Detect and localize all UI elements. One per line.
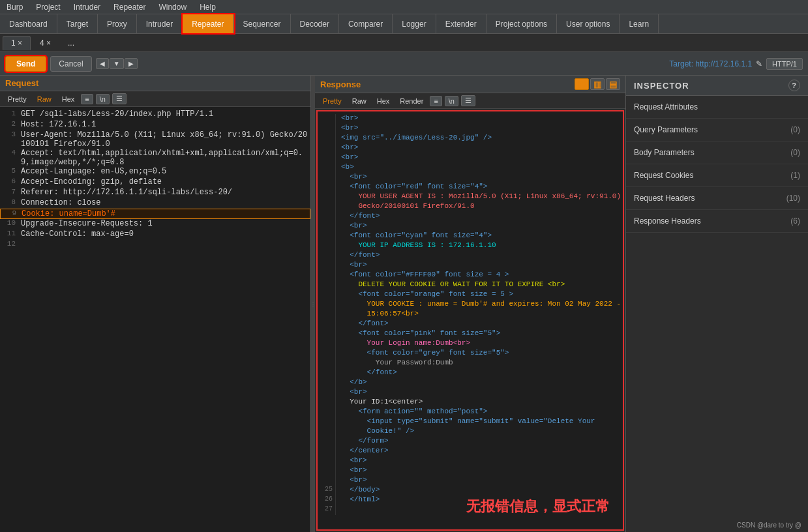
response-settings-icon[interactable]: ☰ — [461, 95, 475, 106]
response-line-12: <br> — [318, 222, 623, 231]
request-newline-icon[interactable]: \n — [96, 94, 110, 104]
response-code-area[interactable]: <br><br><img src="../images/Less-20.jpg"… — [318, 111, 623, 529]
tab-decoder[interactable]: Decoder — [291, 14, 339, 33]
inspector-item-5[interactable]: Response Headers(6) — [626, 210, 808, 233]
menu-burp[interactable]: Burp — [0, 1, 29, 13]
request-header: Request — [0, 76, 310, 91]
tab-comparer[interactable]: Comparer — [339, 14, 393, 33]
repeater-tab-1[interactable]: 1 × — [3, 36, 31, 50]
inspector-item-count-1: (0) — [790, 125, 800, 134]
nav-forward-button[interactable]: ▶ — [125, 58, 138, 69]
send-button[interactable]: Send — [5, 56, 46, 72]
tab-learn[interactable]: Learn — [620, 14, 659, 33]
tab-user-options[interactable]: User options — [557, 14, 620, 33]
edit-icon[interactable]: ✎ — [756, 59, 762, 68]
tab-project-options[interactable]: Project options — [486, 14, 557, 33]
response-line-20: YOUR COOKIE : uname = Dumb'# and expires… — [318, 300, 623, 310]
response-line-9: YOUR USER AGENT IS : Mozilla/5.0 (X11; L… — [318, 192, 623, 202]
response-line-40: 26 </html> — [318, 495, 623, 505]
repeater-tab-4[interactable]: 4 × — [32, 37, 59, 50]
help-icon[interactable]: ? — [788, 80, 800, 91]
repeater-toolbar: Send Cancel ◀ ▼ ▶ Target: http://172.16.… — [0, 52, 808, 76]
tab-proxy[interactable]: Proxy — [98, 14, 137, 33]
request-line-11: 11Cache-Control: max-age=0 — [0, 229, 310, 240]
menu-repeater[interactable]: Repeater — [107, 1, 152, 13]
nav-down-button[interactable]: ▼ — [110, 58, 124, 69]
menu-bar: Burp Project Intruder Repeater Window He… — [0, 0, 808, 14]
response-line-31: <form action="" method="post"> — [318, 407, 623, 417]
request-line-9: 9Cookie: uname=Dumb'# — [0, 209, 310, 219]
tab-logger[interactable]: Logger — [393, 14, 436, 33]
response-line-35: </center> — [318, 447, 623, 456]
repeater-tab-more[interactable]: ... — [60, 37, 82, 50]
response-line-3: <img src="../images/Less-20.jpg" /> — [318, 134, 623, 143]
response-panel: Response ▦ ▥ ▤ Pretty Raw Hex Render ≡ \… — [315, 76, 625, 532]
response-line-7: <br> — [318, 173, 623, 183]
target-info: Target: http://172.16.1.1 ✎ HTTP/1 — [669, 58, 803, 70]
inspector-item-2[interactable]: Body Parameters(0) — [626, 141, 808, 164]
response-pretty-btn[interactable]: Pretty — [319, 96, 346, 106]
tab-extender[interactable]: Extender — [436, 14, 486, 33]
response-line-5: <br> — [318, 153, 623, 163]
inspector-items: Request AttributesQuery Parameters(0)Bod… — [626, 96, 808, 233]
response-line-11: </font> — [318, 212, 623, 222]
response-line-22: </font> — [318, 319, 623, 329]
tab-target[interactable]: Target — [57, 14, 98, 33]
inspector-item-label-4: Request Headers — [634, 194, 695, 203]
response-line-4: <br> — [318, 143, 623, 153]
tab-intruder[interactable]: Intruder — [137, 14, 183, 33]
menu-intruder[interactable]: Intruder — [67, 1, 107, 13]
request-line-6: 6Accept-Encoding: gzip, deflate — [0, 177, 310, 188]
inspector-item-count-2: (0) — [790, 148, 800, 157]
response-format-icon[interactable]: ≡ — [430, 96, 441, 106]
response-newline-icon[interactable]: \n — [445, 96, 458, 106]
menu-window[interactable]: Window — [152, 1, 193, 13]
response-line-19: <font color="orange" font size = 5 > — [318, 290, 623, 300]
request-raw-btn[interactable]: Raw — [33, 95, 55, 104]
request-line-2: 2Host: 172.16.1.1 — [0, 120, 310, 130]
inspector-header: INSPECTOR ? — [626, 76, 808, 96]
inspector-title: INSPECTOR — [634, 81, 689, 91]
response-raw-btn[interactable]: Raw — [348, 96, 370, 106]
response-line-30: Your ID:1<center> — [318, 398, 623, 407]
response-line-28: </b> — [318, 378, 623, 388]
cancel-button[interactable]: Cancel — [50, 56, 91, 72]
http-version-badge[interactable]: HTTP/1 — [766, 58, 803, 70]
tab-sequencer[interactable]: Sequencer — [234, 14, 291, 33]
menu-help[interactable]: Help — [193, 1, 222, 13]
nav-back-button[interactable]: ◀ — [96, 58, 109, 69]
view-split-btn[interactable]: ▦ — [575, 78, 589, 90]
tab-dashboard[interactable]: Dashboard — [0, 14, 57, 33]
response-line-6: <b> — [318, 163, 623, 173]
inspector-item-1[interactable]: Query Parameters(0) — [626, 119, 808, 141]
response-line-8: <font color="red" font size="4"> — [318, 183, 623, 192]
response-hex-btn[interactable]: Hex — [373, 96, 394, 106]
response-line-2: <br> — [318, 124, 623, 134]
request-panel: Request Pretty Raw Hex ≡ \n ☰ 1GET /sqli… — [0, 76, 311, 532]
view-col-btn[interactable]: ▥ — [590, 78, 605, 90]
csdn-credit: CSDN @dare to try @ — [737, 522, 801, 529]
request-hex-btn[interactable]: Hex — [58, 95, 79, 104]
response-render-btn[interactable]: Render — [396, 96, 427, 106]
request-format-icon[interactable]: ≡ — [81, 94, 93, 104]
request-line-12: 12 — [0, 240, 310, 250]
request-line-1: 1GET /sqli-labs/Less-20/index.php HTTP/1… — [0, 110, 310, 120]
request-pretty-btn[interactable]: Pretty — [4, 95, 31, 104]
request-settings-icon[interactable]: ☰ — [112, 93, 127, 104]
request-code-area[interactable]: 1GET /sqli-labs/Less-20/index.php HTTP/1… — [0, 107, 310, 532]
inspector-item-count-4: (10) — [786, 194, 800, 203]
response-border-container: <br><br><img src="../images/Less-20.jpg"… — [316, 110, 624, 531]
inspector-item-label-5: Response Headers — [634, 216, 701, 226]
response-line-1: <br> — [318, 114, 623, 124]
inspector-panel: INSPECTOR ? Request AttributesQuery Para… — [625, 76, 808, 532]
menu-project[interactable]: Project — [29, 1, 67, 13]
inspector-item-4[interactable]: Request Headers(10) — [626, 187, 808, 210]
main-content: Request Pretty Raw Hex ≡ \n ☰ 1GET /sqli… — [0, 76, 808, 532]
view-row-btn[interactable]: ▤ — [606, 78, 620, 90]
tab-repeater[interactable]: Repeater — [183, 14, 233, 33]
target-url[interactable]: Target: http://172.16.1.1 — [669, 59, 752, 68]
request-line-4: 4Accept: text/html,application/xhtml+xml… — [0, 149, 310, 167]
inspector-item-0[interactable]: Request Attributes — [626, 96, 808, 119]
response-toolbar: Pretty Raw Hex Render ≡ \n ☰ — [315, 93, 625, 109]
inspector-item-3[interactable]: Request Cookies(1) — [626, 164, 808, 187]
